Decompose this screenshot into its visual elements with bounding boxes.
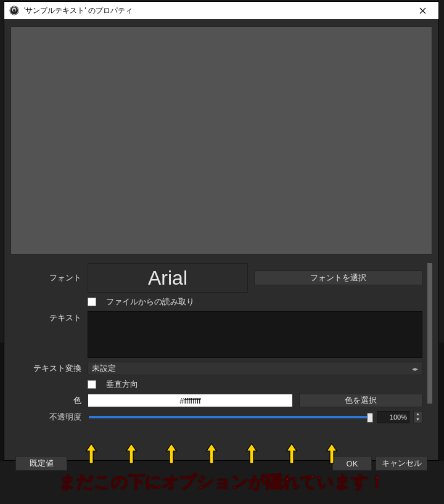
vertical-row: 垂直方向 [10,379,422,390]
opacity-row: 不透明度 100% ▲▼ [10,411,422,423]
properties-window: 'サンプルテキスト' のプロパティ フォント Arial フォントを選択 [4,1,439,461]
transform-select[interactable]: 未設定 ◂▸ [88,362,422,375]
select-font-button[interactable]: フォントを選択 [254,270,422,285]
transform-value: 未設定 [92,363,116,374]
dialog-body: フォント Arial フォントを選択 ファイルからの読み取り テキスト [4,19,438,478]
text-label: テキスト [10,311,88,323]
color-value[interactable]: #ffffffff [88,394,293,407]
properties-scrollbar[interactable] [427,263,432,454]
window-title: 'サンプルテキスト' のプロパティ [24,6,409,16]
text-input[interactable] [88,311,422,358]
transform-row: テキスト変換 未設定 ◂▸ [10,362,422,375]
preview-area [10,26,432,254]
font-row: フォント Arial フォントを選択 [10,263,422,293]
opacity-stepper[interactable]: ▲▼ [413,411,422,423]
vertical-label: 垂直方向 [106,379,138,390]
select-color-button[interactable]: 色を選択 [299,394,422,407]
defaults-button[interactable]: 既定値 [15,456,67,471]
scrollbar-thumb[interactable] [427,263,432,404]
text-row: テキスト [10,311,422,358]
dialog-footer: 既定値 OK キャンセル [10,454,432,473]
ok-button[interactable]: OK [332,456,372,471]
titlebar: 'サンプルテキスト' のプロパティ [4,2,438,19]
read-file-row: ファイルからの読み取り [10,296,422,307]
opacity-label: 不透明度 [10,412,88,423]
svg-point-2 [13,9,15,12]
transform-label: テキスト変換 [10,363,88,374]
properties-panel: フォント Arial フォントを選択 ファイルからの読み取り テキスト [10,263,432,454]
read-from-file-label: ファイルからの読み取り [106,296,194,307]
chevron-updown-icon: ◂▸ [412,365,418,372]
annotation-text: まだこの下にオプションが隠れています！ [0,471,444,493]
color-row: 色 #ffffffff 色を選択 [10,394,422,407]
opacity-slider[interactable] [89,416,372,418]
read-from-file-checkbox[interactable] [88,298,96,306]
cancel-button[interactable]: キャンセル [376,456,427,471]
opacity-value[interactable]: 100% [377,411,409,423]
color-label: 色 [10,395,88,406]
font-preview: Arial [88,263,248,293]
vertical-checkbox[interactable] [88,380,96,389]
font-label: フォント [10,272,88,283]
close-button[interactable] [409,2,436,19]
obs-icon [9,6,19,15]
